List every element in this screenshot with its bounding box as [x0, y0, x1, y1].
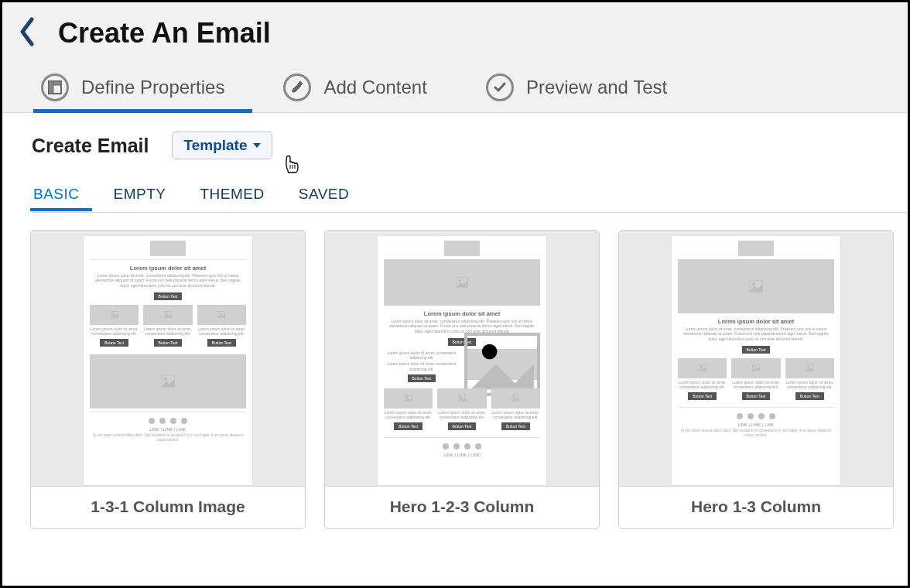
- svg-rect-2: [53, 81, 61, 85]
- step-preview-test[interactable]: Preview and Test: [478, 67, 679, 112]
- template-card[interactable]: Lorem ipsum dolor sit amet Lorem ipsum d…: [30, 230, 306, 529]
- svg-point-10: [166, 313, 167, 314]
- svg-point-8: [112, 313, 114, 314]
- mock-text: Lorem ipsum dolor sit amet, consectetur …: [679, 326, 833, 341]
- step-label: Add Content: [323, 77, 426, 98]
- page-title: Create An Email: [58, 17, 271, 50]
- template-card[interactable]: Lorem ipsum dolor sit amet Lorem ipsum d…: [324, 230, 600, 529]
- tab-saved[interactable]: SAVED: [297, 181, 351, 210]
- mock-heading: Lorem ipsum dolor sit amet: [90, 265, 246, 272]
- svg-point-24: [514, 396, 515, 398]
- dropdown-label: Template: [183, 137, 247, 154]
- template-dropdown[interactable]: Template: [172, 132, 272, 159]
- step-label: Define Properties: [81, 77, 224, 98]
- svg-rect-1: [49, 81, 53, 94]
- pencil-icon: [283, 74, 311, 101]
- create-row: Create Email Template: [32, 132, 894, 159]
- tab-themed[interactable]: THEMED: [198, 181, 265, 210]
- check-icon: [486, 74, 514, 101]
- mock-heading: Lorem ipsum dolor sit amet: [678, 318, 834, 325]
- section-title: Create Email: [32, 135, 149, 157]
- svg-point-28: [700, 366, 702, 368]
- template-name: Hero 1-3 Column: [619, 486, 893, 528]
- svg-point-26: [752, 282, 754, 285]
- step-add-content[interactable]: Add Content: [275, 67, 439, 112]
- content-area: Create Email Template BASIC EMPTY THEMED…: [2, 113, 908, 586]
- svg-point-12: [220, 313, 221, 314]
- svg-point-14: [164, 378, 166, 381]
- svg-point-18: [482, 344, 498, 360]
- tab-basic[interactable]: BASIC: [32, 181, 81, 210]
- template-card[interactable]: Lorem ipsum dolor sit amet Lorem ipsum d…: [618, 230, 894, 529]
- svg-point-22: [460, 396, 461, 398]
- mock-button: Button Text: [742, 346, 771, 354]
- mock-heading: Lorem ipsum dolor sit amet: [384, 310, 540, 317]
- template-category-tabs: BASIC EMPTY THEMED SAVED: [32, 181, 908, 213]
- template-cards: Lorem ipsum dolor sit amet Lorem ipsum d…: [30, 230, 894, 529]
- step-label: Preview and Test: [526, 77, 667, 98]
- wizard-steps: Define Properties Add Content Preview an…: [2, 67, 908, 113]
- template-thumbnail: Lorem ipsum dolor sit amet Lorem ipsum d…: [325, 231, 599, 486]
- svg-point-30: [754, 366, 755, 368]
- svg-point-16: [459, 279, 461, 282]
- chevron-down-icon: [253, 143, 261, 148]
- template-thumbnail: Lorem ipsum dolor sit amet Lorem ipsum d…: [31, 231, 305, 486]
- header: Create An Email: [2, 2, 908, 67]
- layout-icon: [41, 74, 69, 101]
- svg-point-20: [406, 396, 408, 398]
- template-name: Hero 1-2-3 Column: [325, 486, 599, 528]
- mock-text: Lorem ipsum dolor sit amet, consectetur …: [91, 273, 245, 288]
- svg-point-32: [808, 366, 809, 368]
- cursor-pointer-icon: [283, 155, 302, 179]
- mock-text: Lorem ipsum dolor sit amet, consectetur …: [385, 319, 539, 333]
- template-thumbnail: Lorem ipsum dolor sit amet Lorem ipsum d…: [619, 231, 893, 486]
- template-name: 1-3-1 Column Image: [31, 486, 305, 528]
- tab-empty[interactable]: EMPTY: [112, 181, 168, 210]
- back-button[interactable]: [15, 13, 39, 53]
- step-define-properties[interactable]: Define Properties: [33, 67, 237, 112]
- chevron-left-icon: [18, 16, 36, 50]
- mock-button: Button Text: [154, 292, 183, 300]
